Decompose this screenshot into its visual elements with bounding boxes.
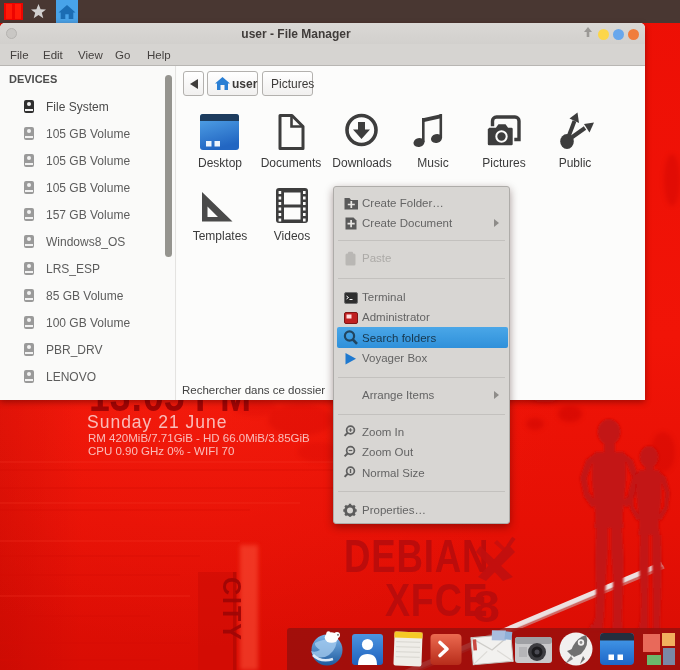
svg-text:8: 8	[473, 582, 500, 631]
svg-text:CITY: CITY	[218, 577, 246, 642]
